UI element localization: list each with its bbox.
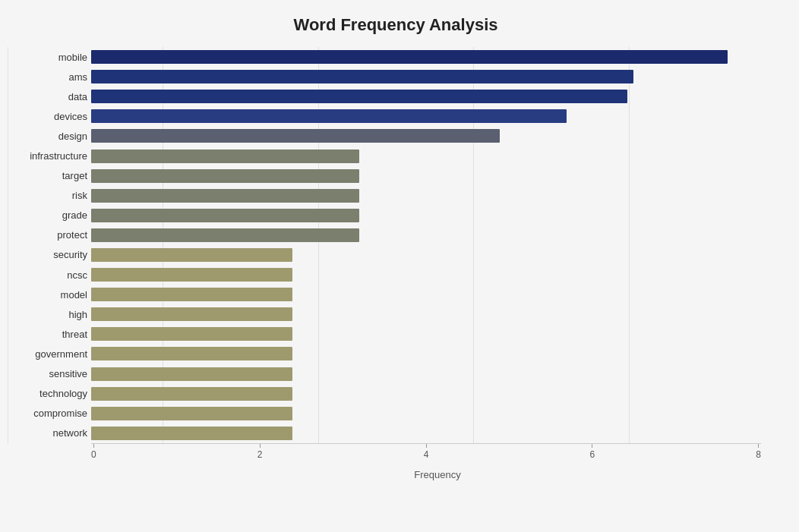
- bar-label: threat: [8, 329, 87, 340]
- x-tick-label: 4: [424, 449, 429, 460]
- bar-label: technology: [8, 388, 87, 399]
- bar: [91, 129, 500, 143]
- bar-row: model: [91, 285, 761, 304]
- bar: [91, 427, 292, 440]
- bar-row: target: [91, 166, 761, 186]
- chart-container: Word Frequency Analysis mobileamsdatadev…: [0, 0, 799, 532]
- bar-row: ams: [91, 67, 761, 87]
- bar: [91, 407, 292, 420]
- bar: [91, 367, 292, 381]
- x-axis-label: Frequency: [91, 469, 784, 480]
- x-tick-label: 6: [589, 449, 595, 460]
- bar-label: mobile: [8, 52, 87, 63]
- bar-row: ncsc: [91, 265, 761, 285]
- bar-row: sensitive: [91, 364, 761, 384]
- bar: [91, 288, 292, 301]
- bar: [91, 327, 292, 341]
- x-tick-label: 2: [257, 449, 263, 460]
- bar: [91, 150, 359, 163]
- x-tick-line: [260, 444, 261, 448]
- bar-label: sensitive: [8, 368, 87, 379]
- bar: [91, 169, 359, 183]
- bar-label: devices: [8, 111, 87, 122]
- bar: [91, 307, 292, 321]
- x-axis-ticks: 02468: [91, 444, 761, 460]
- bar: [91, 387, 292, 401]
- x-tick-label: 8: [756, 449, 761, 460]
- bar: [91, 228, 359, 242]
- chart-area: mobileamsdatadevicesdesigninfrastructure…: [8, 47, 784, 480]
- bar-row: government: [91, 344, 761, 364]
- bar-row: compromise: [91, 404, 761, 423]
- bar-row: design: [91, 126, 761, 146]
- x-tick: 0: [91, 444, 96, 460]
- bar-row: technology: [91, 384, 761, 404]
- bar-label: risk: [8, 190, 87, 201]
- x-axis: 02468: [91, 443, 761, 466]
- x-tick: 6: [589, 444, 595, 460]
- bar: [91, 70, 633, 83]
- x-tick-line: [758, 444, 759, 448]
- bar: [91, 209, 359, 222]
- bar-row: security: [91, 245, 761, 265]
- x-tick-line: [93, 444, 94, 448]
- x-tick: 8: [756, 444, 761, 460]
- bar: [91, 109, 567, 123]
- x-tick-label: 0: [91, 449, 96, 460]
- x-tick-line: [426, 444, 427, 448]
- bar-row: devices: [91, 106, 761, 126]
- bars-section: mobileamsdatadevicesdesigninfrastructure…: [8, 47, 784, 443]
- bar-row: high: [91, 304, 761, 324]
- x-tick: 2: [257, 444, 263, 460]
- bar: [91, 347, 292, 360]
- bar-label: data: [8, 91, 87, 102]
- bar-row: grade: [91, 206, 761, 225]
- bar-label: target: [8, 170, 87, 181]
- bar-label: security: [8, 249, 87, 260]
- bar-label: grade: [8, 209, 87, 221]
- bar-label: network: [8, 427, 87, 439]
- bar-label: high: [8, 309, 87, 320]
- bar-row: risk: [91, 186, 761, 206]
- bar-row: data: [91, 87, 761, 106]
- bar: [91, 90, 627, 103]
- bar-label: ams: [8, 71, 87, 83]
- bar: [91, 268, 292, 282]
- bar: [91, 189, 359, 203]
- bar-label: model: [8, 289, 87, 301]
- chart-title: Word Frequency Analysis: [8, 8, 784, 47]
- bar-label: design: [8, 131, 87, 142]
- bar-label: ncsc: [8, 269, 87, 281]
- bar-row: network: [91, 423, 761, 443]
- bar-row: infrastructure: [91, 146, 761, 165]
- bar-label: compromise: [8, 408, 87, 419]
- x-tick-line: [592, 444, 592, 448]
- x-tick: 4: [424, 444, 429, 460]
- bar-row: protect: [91, 225, 761, 245]
- bar-label: government: [8, 348, 87, 360]
- bar-label: infrastructure: [8, 150, 87, 162]
- bar: [91, 248, 292, 262]
- bar-label: protect: [8, 229, 87, 241]
- bar-row: threat: [91, 324, 761, 344]
- bar: [91, 50, 728, 64]
- bar-row: mobile: [91, 47, 761, 67]
